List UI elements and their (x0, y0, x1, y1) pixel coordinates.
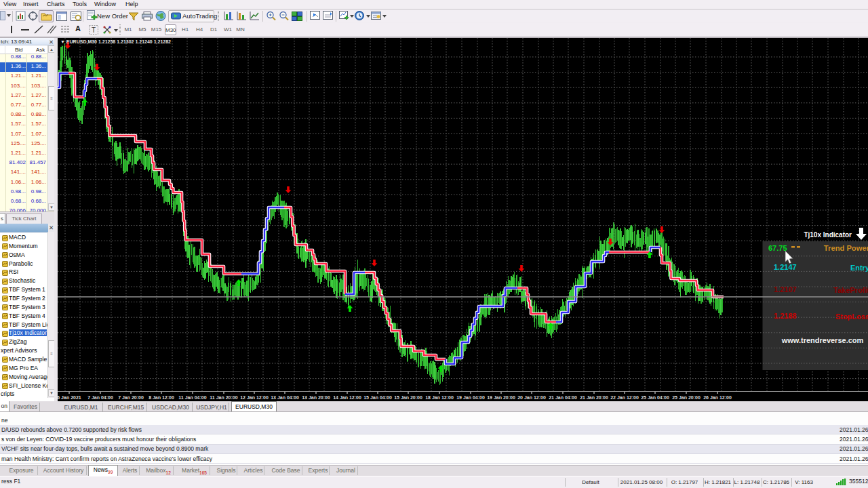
svg-text:13 Jan 20:00: 13 Jan 20:00 (302, 395, 330, 400)
svg-text:Trend Power: Trend Power (824, 244, 868, 252)
svg-text:6 Jan 2021: 6 Jan 2021 (58, 395, 81, 400)
svg-text:26 Jan 12:00: 26 Jan 12:00 (703, 395, 732, 400)
svg-text:T: T (92, 26, 96, 33)
svg-text:18 Jan 12:00: 18 Jan 12:00 (425, 395, 454, 400)
svg-text:11 Jan 20:00: 11 Jan 20:00 (210, 395, 237, 400)
svg-text:7 Jan 04:00: 7 Jan 04:00 (87, 395, 113, 400)
svg-text:TakeProfit: TakeProfit (833, 286, 868, 294)
svg-text:20 Jan 12:00: 20 Jan 12:00 (517, 395, 546, 400)
svg-text:13 Jan 04:00: 13 Jan 04:00 (271, 395, 299, 400)
svg-text:21 Jan 04:00: 21 Jan 04:00 (549, 395, 577, 400)
svg-text:19 Jan 04:00: 19 Jan 04:00 (456, 395, 485, 400)
svg-text:15 Jan 20:00: 15 Jan 20:00 (394, 395, 422, 400)
svg-text:25 Jan 04:00: 25 Jan 04:00 (641, 395, 669, 400)
svg-text:1.2188: 1.2188 (774, 312, 797, 320)
svg-text:25 Jan 20:00: 25 Jan 20:00 (672, 395, 701, 400)
svg-text:12 Jan 12:00: 12 Jan 12:00 (240, 395, 269, 400)
svg-text:14 Jan 12:00: 14 Jan 12:00 (333, 395, 361, 400)
svg-text:22 Jan 12:00: 22 Jan 12:00 (610, 395, 639, 400)
svg-text:21 Jan 20:00: 21 Jan 20:00 (580, 395, 608, 400)
svg-text:7 Jan 20:00: 7 Jan 20:00 (118, 395, 144, 400)
svg-text:15 Jan 04:00: 15 Jan 04:00 (363, 395, 392, 400)
svg-text:1.2147: 1.2147 (774, 263, 797, 271)
svg-text:▼ EURUSD,M30 1.21258 1.21302: ▼ EURUSD,M30 1.21258 1.21302 1.21240 1.2… (60, 39, 171, 45)
svg-text:www.trendreverse.com: www.trendreverse.com (781, 336, 864, 344)
svg-text:19 Jan 20:00: 19 Jan 20:00 (487, 395, 515, 400)
svg-text:67.75: 67.75 (768, 244, 787, 252)
svg-text:8 Jan 12:00: 8 Jan 12:00 (149, 395, 174, 400)
svg-text:StopLoss: StopLoss (835, 312, 868, 321)
svg-text:11 Jan 04:00: 11 Jan 04:00 (178, 395, 206, 400)
svg-text:Entry: Entry (850, 264, 868, 272)
svg-text:1.2107: 1.2107 (774, 285, 797, 293)
svg-text:Tj10x Indicator: Tj10x Indicator (804, 231, 852, 239)
